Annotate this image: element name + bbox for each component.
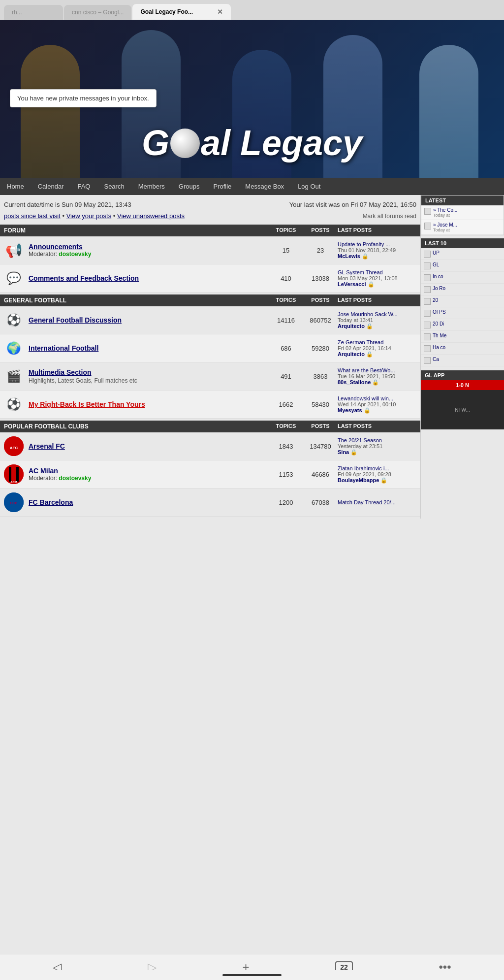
post-links: posts since last visit • View your posts… [4, 212, 185, 220]
acmilan-posts: 46686 [303, 471, 338, 478]
forum-section-header: FORUM TOPICS POSTS LAST POSTS [0, 225, 420, 236]
arsenal-topics: 1843 [269, 443, 303, 450]
acmilan-link[interactable]: AC Milan [29, 467, 269, 475]
multimedia-icon: 🎬 [4, 366, 24, 386]
last10-label-7[interactable]: 20 Di [433, 321, 444, 327]
last10-icon-8 [424, 333, 431, 340]
comments-link[interactable]: Comments and Feedback Section [29, 274, 269, 282]
nav-logout[interactable]: Log Out [291, 178, 327, 195]
nav-calendar[interactable]: Calendar [31, 178, 71, 195]
forum-row-comments: 💬 Comments and Feedback Section 410 1303… [0, 264, 420, 293]
last10-item-8: Th Me [421, 331, 504, 343]
rightback-last-title[interactable]: Lewandowski will win... [338, 395, 416, 401]
gfd-last-title[interactable]: Jose Mourinho Sack W... [338, 311, 416, 317]
clubs-col-headers: TOPICS POSTS LAST POSTS [269, 423, 416, 430]
sidebar-post-title-1[interactable]: » The Co... [433, 207, 457, 213]
arsenal-logo: AFC [4, 436, 24, 456]
acmilan-info: AC Milan Moderator: dostoevsky [29, 467, 269, 482]
column-headers: TOPICS POSTS LAST POSTS [269, 227, 416, 234]
last10-label-8[interactable]: Th Me [433, 333, 446, 338]
sidebar-post-title-2[interactable]: » Jose M... [433, 222, 457, 228]
barca-link[interactable]: FC Barcelona [29, 498, 269, 506]
nav-home[interactable]: Home [0, 178, 31, 195]
last10-label-10[interactable]: Ca [433, 357, 439, 362]
site-logo-title: Gal Legacy [0, 123, 504, 163]
tab-3-active[interactable]: Goal Legacy Foo... ✕ [132, 4, 231, 20]
last10-icon-10 [424, 357, 431, 364]
gfd-last-user[interactable]: Arquitecto 🔒 [338, 323, 416, 329]
nav-faq[interactable]: FAQ [70, 178, 97, 195]
gf-last-header: LAST POSTS [338, 297, 416, 304]
acmilan-stats: 1153 46686 [269, 471, 338, 478]
gfd-info: General Football Discussion [29, 316, 269, 324]
last10-icon-2 [424, 262, 431, 269]
intl-topics: 686 [269, 345, 303, 352]
last-visit-info: Your last visit was on Fri 07 May 2021, … [289, 201, 416, 208]
intl-last-title[interactable]: Ze German Thread [338, 339, 416, 345]
last10-label-2[interactable]: GL [433, 262, 439, 267]
rightback-info: My Right-Back Is Better Than Yours [29, 400, 269, 408]
barca-info: FC Barcelona [29, 498, 269, 506]
info-bar: Current date/time is Sun 09 May 2021, 13… [0, 195, 420, 210]
arsenal-stats: 1843 134780 [269, 443, 338, 450]
browser-chrome: rh... cnn cisco – Googl... Goal Legacy F… [0, 0, 504, 20]
current-datetime: Current date/time is Sun 09 May 2021, 13… [4, 201, 131, 208]
gfd-stats: 14116 860752 [269, 317, 338, 324]
new-posts-link[interactable]: posts since last visit [4, 212, 61, 220]
general-football-header: GENERAL FOOTBALL TOPICS POSTS LAST POSTS [0, 294, 420, 306]
acmilan-last-user[interactable]: BoulayeMbappe 🔒 [338, 477, 416, 484]
acmilan-last-title[interactable]: Zlatan Ibrahimovic i... [338, 465, 416, 471]
last10-label-6[interactable]: Of PS [433, 309, 446, 315]
nav-search[interactable]: Search [97, 178, 131, 195]
multimedia-last-title[interactable]: What are the Best/Wo... [338, 367, 416, 373]
links-bar: posts since last visit • View your posts… [0, 210, 420, 225]
site-header-banner: You have new private messages in your in… [0, 20, 504, 178]
announcements-last-user[interactable]: McLewis 🔒 [338, 253, 416, 260]
close-tab-button[interactable]: ✕ [217, 8, 223, 16]
your-posts-link[interactable]: View your posts [66, 212, 112, 220]
multimedia-desc: Highlights, Latest Goals, Full matches e… [29, 377, 269, 384]
unanswered-posts-link[interactable]: View unanswered posts [117, 212, 185, 220]
last10-label-3[interactable]: In co [433, 274, 443, 279]
arsenal-icon: AFC [4, 436, 24, 456]
announcements-last-title[interactable]: Update to Profanity ... [338, 241, 416, 247]
last10-icon-6 [424, 310, 431, 317]
comments-last-user[interactable]: LeVersacci 🔒 [338, 281, 416, 288]
nav-members[interactable]: Members [131, 178, 172, 195]
comments-stats: 410 13038 [269, 275, 338, 282]
last10-label-4[interactable]: Jo Ro [433, 286, 445, 291]
last10-label-1[interactable]: UP [433, 250, 440, 256]
last10-label-5[interactable]: 20 [433, 297, 438, 303]
latest-sidebar-box: LATEST » The Co... Today at » Jose M... … [421, 195, 504, 235]
last10-item-3: In co [421, 272, 504, 284]
main-navigation: Home Calendar FAQ Search Members Groups … [0, 178, 504, 195]
rightback-link[interactable]: My Right-Back Is Better Than Yours [29, 400, 269, 408]
clubs-last-header: LAST POSTS [338, 423, 416, 430]
mark-all-read[interactable]: Mark all forums read [363, 213, 416, 220]
tab-2[interactable]: cnn cisco – Googl... [64, 5, 131, 20]
comments-last-title[interactable]: GL System Thread [338, 269, 416, 275]
arsenal-info: Arsenal FC [29, 442, 269, 450]
nav-message-box[interactable]: Message Box [238, 178, 291, 195]
intl-last-user[interactable]: Arquitecto 🔒 [338, 351, 416, 358]
nav-profile[interactable]: Profile [207, 178, 239, 195]
tab-1[interactable]: rh... [4, 5, 63, 20]
gfd-last-post: Jose Mourinho Sack W... Today at 13:41 A… [338, 311, 416, 329]
intl-link[interactable]: International Football [29, 344, 269, 352]
arsenal-link[interactable]: Arsenal FC [29, 442, 269, 450]
multimedia-last-user[interactable]: 80s_Stallone 🔒 [338, 379, 416, 386]
intl-stats: 686 59280 [269, 345, 338, 352]
arsenal-last-user[interactable]: Sina 🔒 [338, 449, 416, 456]
gfd-link[interactable]: General Football Discussion [29, 316, 269, 324]
barca-last-title[interactable]: Match Day Thread 20/... [338, 499, 416, 505]
rightback-last-user[interactable]: Myesyats 🔒 [338, 407, 416, 414]
announcements-stats: 15 23 [269, 247, 338, 254]
announcements-link[interactable]: Announcements [29, 243, 269, 251]
nav-groups[interactable]: Groups [172, 178, 207, 195]
multimedia-link[interactable]: Multimedia Section [29, 368, 269, 376]
barca-logo: FCB [4, 492, 24, 512]
forum-row-arsenal: AFC Arsenal FC 1843 134780 The 20/21 Sea… [0, 432, 420, 460]
arsenal-last-title[interactable]: The 20/21 Season [338, 437, 416, 443]
last10-label-9[interactable]: Ha co [433, 345, 445, 350]
svg-rect-4 [16, 467, 19, 482]
